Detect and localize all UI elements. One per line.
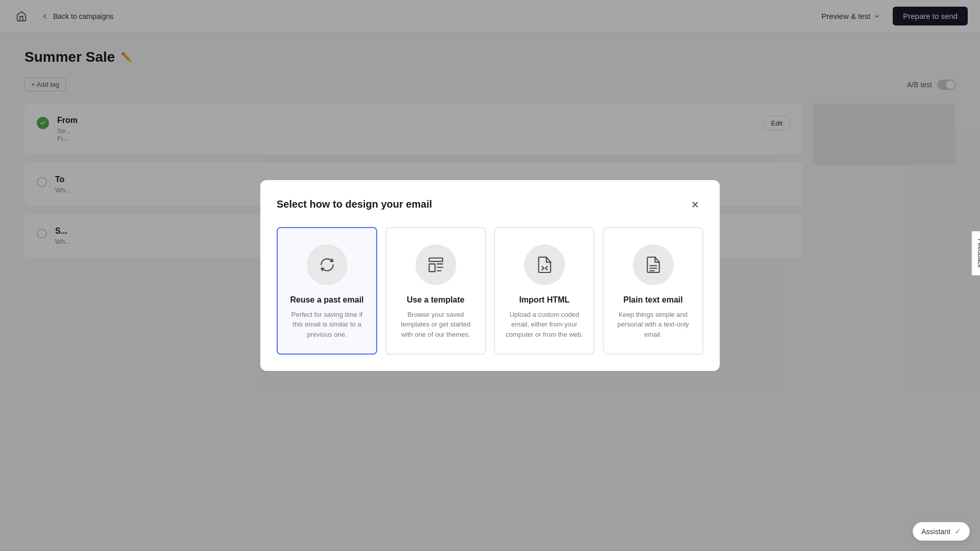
assistant-check-icon: ✓	[954, 527, 961, 536]
template-option-name: Use a template	[407, 295, 464, 305]
svg-rect-3	[429, 264, 435, 271]
svg-rect-2	[429, 258, 443, 261]
plaintext-icon-container	[633, 244, 674, 285]
svg-line-8	[542, 268, 544, 269]
html-icon-container	[524, 244, 565, 285]
reuse-past-email-option[interactable]: Reuse a past email Perfect for saving ti…	[277, 227, 377, 355]
reuse-icon	[317, 255, 337, 275]
feedback-label: Feedback	[976, 239, 981, 268]
assistant-bar[interactable]: Assistant ✓	[913, 522, 970, 541]
feedback-tab[interactable]: Feedback	[972, 231, 981, 276]
reuse-icon-container	[307, 244, 348, 285]
reuse-option-name: Reuse a past email	[290, 295, 363, 305]
plain-text-option-desc: Keep things simple and personal with a t…	[614, 310, 692, 340]
import-html-option[interactable]: Import HTML Upload a custom coded email,…	[494, 227, 595, 355]
email-design-modal: Select how to design your email	[260, 180, 720, 371]
plain-text-option-name: Plain text email	[623, 295, 683, 305]
modal-title: Select how to design your email	[277, 198, 432, 210]
modal-close-button[interactable]	[687, 196, 703, 213]
modal-header: Select how to design your email	[277, 196, 703, 213]
template-icon	[426, 255, 446, 275]
assistant-label: Assistant	[921, 528, 950, 536]
template-option-desc: Browse your saved templates or get start…	[397, 310, 475, 340]
use-template-option[interactable]: Use a template Browse your saved templat…	[385, 227, 486, 355]
design-options-grid: Reuse a past email Perfect for saving ti…	[277, 227, 703, 355]
template-icon-container	[415, 244, 456, 285]
modal-overlay[interactable]: Select how to design your email	[0, 0, 980, 551]
close-icon	[691, 200, 700, 209]
svg-line-10	[545, 268, 547, 269]
import-html-option-name: Import HTML	[519, 295, 570, 305]
reuse-option-desc: Perfect for saving time if this email is…	[288, 310, 366, 340]
plaintext-icon	[643, 255, 664, 275]
import-html-option-desc: Upload a custom coded email, either from…	[505, 310, 583, 340]
plain-text-option[interactable]: Plain text email Keep things simple and …	[603, 227, 703, 355]
html-icon	[534, 255, 555, 275]
